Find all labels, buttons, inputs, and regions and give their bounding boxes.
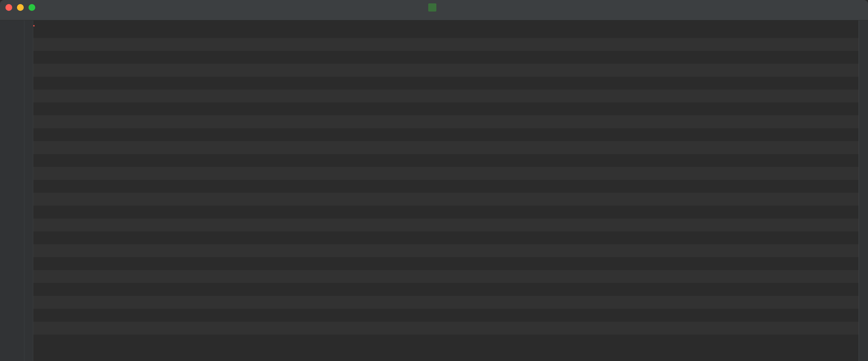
code-line[interactable] xyxy=(33,296,859,309)
code-line[interactable] xyxy=(33,206,859,218)
code-line[interactable] xyxy=(33,51,859,64)
code-line[interactable] xyxy=(33,128,859,141)
close-window-button[interactable] xyxy=(5,4,12,11)
toolbar-strip xyxy=(0,15,868,20)
traffic-lights xyxy=(5,4,35,11)
title-center-wrap xyxy=(0,3,868,12)
minimize-window-button[interactable] xyxy=(17,4,24,11)
code-area[interactable] xyxy=(33,20,859,361)
code-line[interactable] xyxy=(33,322,859,335)
code-line[interactable] xyxy=(33,102,859,115)
ide-window xyxy=(0,0,868,361)
fold-gutter[interactable] xyxy=(24,20,33,361)
code-line[interactable] xyxy=(33,38,859,51)
code-line[interactable] xyxy=(33,154,859,167)
code-line[interactable] xyxy=(33,218,859,231)
error-stripe[interactable] xyxy=(859,20,868,361)
code-line[interactable] xyxy=(33,180,859,193)
code-line[interactable] xyxy=(33,335,859,347)
code-line[interactable] xyxy=(33,257,859,270)
file-type-icon xyxy=(428,3,436,12)
code-line[interactable] xyxy=(33,270,859,283)
code-line[interactable] xyxy=(33,167,859,180)
editor xyxy=(0,20,868,361)
code-line[interactable] xyxy=(33,115,859,128)
code-line[interactable] xyxy=(33,283,859,296)
code-line[interactable] xyxy=(33,64,859,77)
code-line[interactable] xyxy=(33,309,859,322)
line-number-gutter[interactable] xyxy=(0,20,24,361)
zoom-window-button[interactable] xyxy=(28,4,35,11)
code-line[interactable] xyxy=(33,231,859,244)
titlebar[interactable] xyxy=(0,0,868,15)
code-line[interactable] xyxy=(33,90,859,102)
code-line[interactable] xyxy=(33,141,859,154)
code-line[interactable] xyxy=(33,244,859,257)
code-line[interactable] xyxy=(33,193,859,206)
code-line[interactable] xyxy=(33,25,859,38)
code-line[interactable] xyxy=(33,77,859,90)
